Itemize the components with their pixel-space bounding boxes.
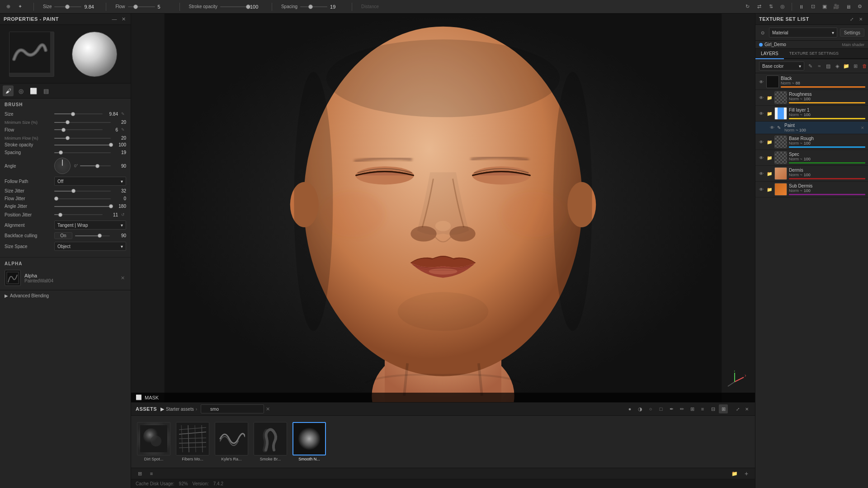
brush-tab-layers[interactable]: ▤ <box>41 85 52 96</box>
follow-path-dropdown[interactable]: Off ▾ <box>54 177 126 186</box>
layer-item-base-rough[interactable]: 👁 📁 Base Rough Norm ~ 100 <box>755 134 868 150</box>
flow-jitter-slider[interactable] <box>54 198 111 199</box>
panel-close-btn[interactable]: ✕ <box>120 15 127 23</box>
assets-search-input[interactable] <box>201 404 264 413</box>
layer-vis-fill[interactable]: 👁 <box>758 110 764 117</box>
layer-folder-icon[interactable]: 📁 <box>842 62 850 70</box>
viewport-icon[interactable]: ▣ <box>820 2 829 11</box>
asset-item-kyle[interactable]: Kyle's Ra... <box>213 422 250 461</box>
angle-slider[interactable] <box>80 165 111 166</box>
asset-item-smooth[interactable]: Smooth N... <box>291 422 327 461</box>
size-prop-slider[interactable] <box>54 113 103 114</box>
filter-half-icon[interactable]: ◑ <box>636 404 645 413</box>
layer-item-fill[interactable]: 👁 📁 Fill layer 1 Norm ~ 100 <box>755 106 868 122</box>
layer-item-black[interactable]: 👁 Black Norm ~ 88 <box>755 74 868 90</box>
layer-folder-dermis[interactable]: 📁 <box>766 170 773 177</box>
spacing-slider[interactable] <box>300 6 327 7</box>
assets-search-clear-btn[interactable]: ✕ <box>266 406 270 412</box>
camera-icon[interactable]: 🎥 <box>832 2 841 11</box>
position-jitter-icon[interactable]: ↺ <box>120 211 126 218</box>
asset-item-fibers[interactable]: Fibers Mo... <box>175 422 211 461</box>
alignment-dropdown[interactable]: Tangent | Wrap ▾ <box>54 221 126 230</box>
size-jitter-slider[interactable] <box>54 191 111 192</box>
panel-minimize-btn[interactable]: — <box>111 15 118 23</box>
layer-delete-icon[interactable]: 🗑 <box>860 62 868 70</box>
settings-btn[interactable]: Settings <box>840 28 864 37</box>
layer-paint-icon[interactable]: ✎ <box>806 62 814 70</box>
texture-channel-dropdown[interactable]: Base color ▾ <box>759 61 804 70</box>
angle-dial[interactable] <box>54 158 71 174</box>
pause-icon[interactable]: ⏸ <box>797 2 806 11</box>
advanced-blending-row[interactable]: ▶ Advanced Blending <box>0 290 131 301</box>
filter-circle-icon[interactable]: ● <box>625 404 634 413</box>
filter-square-icon[interactable]: □ <box>656 404 665 413</box>
layer-group-icon[interactable]: ⊞ <box>851 62 859 70</box>
tab-layers[interactable]: LAYERS <box>755 49 784 59</box>
gear-icon[interactable]: ⚙ <box>855 2 864 11</box>
assets-expand-btn[interactable]: ⤢ <box>734 405 741 413</box>
window-icon[interactable]: ⊡ <box>808 2 817 11</box>
layer-vis-black[interactable]: 👁 <box>758 79 764 85</box>
layer-vis-dermis[interactable]: 👁 <box>758 170 764 177</box>
layer-item-dermis[interactable]: 👁 📁 Dermis Norm ~ 100 <box>755 166 868 182</box>
assets-footer-grid-icon[interactable]: ⊞ <box>136 469 144 478</box>
layer-folder-spec[interactable]: 📁 <box>766 155 773 161</box>
size-edit-btn[interactable]: ✎ <box>120 111 126 117</box>
backface-culling-value[interactable]: On <box>54 232 72 239</box>
filter-grid-icon[interactable]: ⊞ <box>688 404 697 413</box>
paint-close-btn[interactable]: ✕ <box>860 125 865 131</box>
paint-sublayer[interactable]: 👁 ✎ Paint Norm ~ 100 ✕ <box>755 122 868 134</box>
paint-vis-btn[interactable]: 👁 <box>769 125 775 131</box>
asset-item-smoke[interactable]: Smoke Br... <box>252 422 288 461</box>
stroke-opacity-prop-slider[interactable] <box>54 145 111 145</box>
layer-folder-fill[interactable]: 📁 <box>766 110 773 117</box>
brush-tab-smudge[interactable]: ◎ <box>15 85 26 96</box>
assets-view-toggle[interactable]: ⊞ <box>719 404 728 413</box>
layer-vis-base-rough[interactable]: 👁 <box>758 139 764 145</box>
brush-tab-eraser[interactable]: ⬜ <box>28 85 39 96</box>
layer-folder-base-rough[interactable]: 📁 <box>766 139 773 145</box>
assets-folder-icon[interactable]: 📁 <box>731 469 739 478</box>
layer-vis-roughness[interactable]: 👁 <box>758 94 764 101</box>
viewport[interactable]: ⬜ MASK X Y <box>131 14 755 402</box>
assets-close-btn[interactable]: ✕ <box>743 405 750 413</box>
flip-v-icon[interactable]: ⇅ <box>766 2 775 11</box>
layer-vis-spec[interactable]: 👁 <box>758 155 764 161</box>
flow-edit-btn[interactable]: ✎ <box>120 127 126 133</box>
transform-icon[interactable]: ✦ <box>15 2 24 11</box>
filter-list-icon[interactable]: ≡ <box>698 404 707 413</box>
flow-slider[interactable] <box>128 6 155 7</box>
brush-tab-paint[interactable]: 🖌 <box>3 85 14 96</box>
material-dropdown[interactable]: Material ▾ <box>769 28 837 38</box>
filter-pencil-icon[interactable]: ✏ <box>677 404 686 413</box>
layer-item-roughness[interactable]: 👁 📁 Roughness Norm ~ 100 <box>755 90 868 106</box>
filter-tag-icon[interactable]: ⊟ <box>708 404 717 413</box>
layer-item-spec[interactable]: 👁 📁 Spec Norm ~ 100 <box>755 150 868 166</box>
position-jitter-slider[interactable] <box>54 214 103 215</box>
display-icon[interactable]: 🖥 <box>844 2 853 11</box>
flip-h-icon[interactable]: ⇄ <box>755 2 764 11</box>
backface-culling-slider[interactable] <box>75 235 110 236</box>
flow-prop-slider[interactable] <box>54 129 103 130</box>
layer-folder-sub-dermis[interactable]: 📁 <box>766 186 773 192</box>
rotate-icon[interactable]: ↻ <box>743 2 752 11</box>
stroke-opacity-slider[interactable] <box>220 6 247 7</box>
tab-texture-set-settings[interactable]: TEXTURE SET SETTINGS <box>784 49 844 59</box>
layer-folder-roughness[interactable]: 📁 <box>766 94 773 101</box>
size-slider[interactable] <box>54 6 81 7</box>
filter-empty-icon[interactable]: ○ <box>646 404 655 413</box>
env-icon[interactable]: ◎ <box>778 2 787 11</box>
assets-footer-list-icon[interactable]: ≡ <box>147 469 156 478</box>
angle-jitter-slider[interactable] <box>54 206 111 207</box>
layer-gen-icon[interactable]: ◈ <box>833 62 841 70</box>
asset-item-dirt-spot[interactable]: Dirt Spot... <box>136 422 172 461</box>
filter-brush-icon[interactable]: ✒ <box>667 404 676 413</box>
size-space-dropdown[interactable]: Object ▾ <box>54 242 126 251</box>
min-flow-slider[interactable] <box>54 138 111 139</box>
assets-breadcrumb-root[interactable]: Starter assets <box>166 407 194 412</box>
alpha-close-btn[interactable]: ✕ <box>119 274 126 282</box>
assets-add-btn[interactable]: + <box>742 469 750 478</box>
cursor-tool-icon[interactable]: ⊕ <box>4 2 13 11</box>
tsl-close-btn[interactable]: ✕ <box>857 15 864 23</box>
layer-item-sub-dermis[interactable]: 👁 📁 Sub Dermis Norm ~ 100 <box>755 182 868 197</box>
